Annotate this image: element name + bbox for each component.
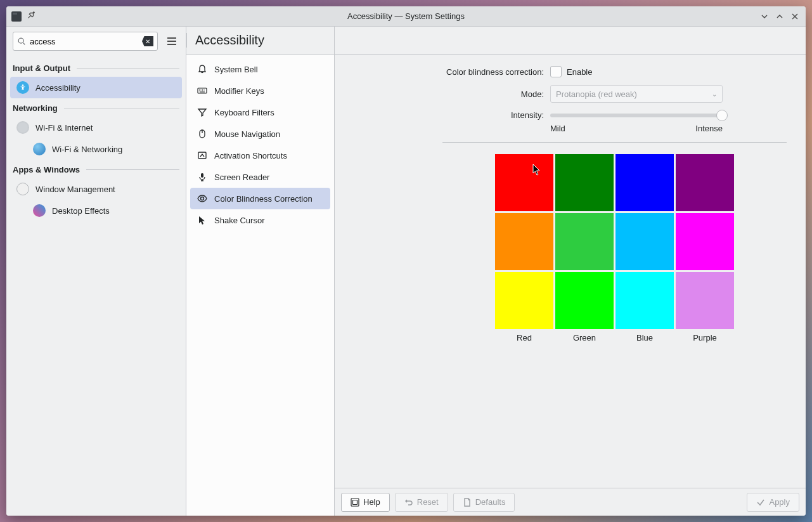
chevron-down-icon: ⌄ bbox=[712, 91, 717, 98]
sidebar-item-desktop-effects[interactable]: Desktop Effects bbox=[10, 200, 182, 221]
enable-checkbox[interactable] bbox=[550, 66, 562, 77]
category-header: Apps & Windows bbox=[13, 165, 179, 174]
apply-button[interactable]: Apply bbox=[747, 493, 799, 512]
document-icon bbox=[463, 498, 472, 507]
tab-label: Shake Cursor bbox=[214, 216, 264, 225]
tab-screen-reader[interactable]: Screen Reader bbox=[190, 166, 330, 188]
footer: Help Reset Defaults Apply bbox=[335, 488, 806, 516]
content-header bbox=[335, 27, 806, 55]
tab-label: Mouse Navigation bbox=[214, 129, 280, 139]
mode-value: Protanopia (red weak) bbox=[556, 89, 637, 99]
color-swatch bbox=[495, 154, 553, 211]
minimize-icon[interactable] bbox=[759, 11, 770, 22]
category-header: Input & Output bbox=[13, 63, 179, 73]
sidebar-item-label: Window Management bbox=[35, 185, 115, 194]
color-swatch bbox=[555, 154, 614, 211]
tab-label: Keyboard Filters bbox=[214, 108, 274, 117]
svg-rect-5 bbox=[201, 173, 203, 178]
shortcut-icon bbox=[197, 150, 208, 161]
svg-rect-8 bbox=[353, 500, 358, 504]
color-swatch bbox=[676, 272, 734, 329]
search-box[interactable]: ✕ bbox=[13, 32, 158, 51]
clear-search-icon[interactable]: ✕ bbox=[142, 36, 153, 46]
color-label: Red bbox=[495, 333, 553, 343]
enable-label: Enable bbox=[567, 67, 592, 77]
sidebar-item-label: Wi-Fi & Internet bbox=[35, 123, 93, 133]
mouse-icon bbox=[197, 128, 208, 140]
sidebar-item-accessibility[interactable]: Accessibility bbox=[10, 77, 182, 98]
mic-icon bbox=[197, 171, 208, 183]
sidebar-item-label: Desktop Effects bbox=[52, 206, 110, 216]
intense-label: Intense bbox=[695, 124, 723, 133]
maximize-icon[interactable] bbox=[774, 11, 785, 22]
help-button[interactable]: Help bbox=[341, 493, 390, 512]
color-swatch bbox=[615, 213, 674, 270]
intensity-label: Intensity: bbox=[354, 110, 550, 120]
subcategory-pane: Accessibility System BellModifier KeysKe… bbox=[186, 27, 335, 516]
app-icon bbox=[11, 11, 22, 22]
color-swatch bbox=[495, 213, 553, 270]
cursor-icon bbox=[197, 214, 208, 226]
system-settings-window: Accessibility — System Settings ✕ Input … bbox=[6, 6, 806, 516]
tab-modifier-keys[interactable]: Modifier Keys bbox=[190, 80, 330, 101]
wifi-icon bbox=[16, 121, 29, 134]
color-preview-grid bbox=[495, 154, 734, 329]
defaults-button[interactable]: Defaults bbox=[453, 493, 515, 512]
tab-shake-cursor[interactable]: Shake Cursor bbox=[190, 209, 330, 231]
help-icon bbox=[351, 498, 359, 507]
color-swatch bbox=[676, 213, 734, 270]
tab-label: Activation Shortcuts bbox=[214, 151, 287, 160]
svg-point-1 bbox=[22, 84, 24, 86]
tab-label: Screen Reader bbox=[214, 173, 269, 182]
close-icon[interactable] bbox=[789, 11, 801, 22]
tab-keyboard-filters[interactable]: Keyboard Filters bbox=[190, 101, 330, 123]
color-label: Blue bbox=[615, 333, 674, 343]
category-header: Networking bbox=[13, 103, 179, 113]
slider-thumb[interactable] bbox=[716, 110, 728, 121]
tab-color-blindness-correction[interactable]: Color Blindness Correction bbox=[190, 188, 330, 209]
mode-select[interactable]: Protanopia (red weak) ⌄ bbox=[550, 85, 723, 103]
globe-icon bbox=[33, 143, 46, 155]
color-swatch bbox=[676, 154, 734, 211]
access-icon bbox=[16, 81, 29, 94]
mode-label: Mode: bbox=[354, 89, 550, 99]
tab-system-bell[interactable]: System Bell bbox=[190, 58, 330, 80]
color-swatch bbox=[615, 154, 674, 211]
window-icon bbox=[16, 183, 29, 195]
page-title: Accessibility bbox=[186, 27, 334, 55]
tab-activation-shortcuts[interactable]: Activation Shortcuts bbox=[190, 145, 330, 166]
svg-point-6 bbox=[201, 197, 204, 200]
intensity-slider[interactable] bbox=[550, 114, 723, 117]
svg-rect-7 bbox=[351, 499, 359, 506]
color-swatch bbox=[555, 213, 614, 270]
sidebar-item-label: Wi-Fi & Networking bbox=[52, 145, 122, 154]
color-label: Purple bbox=[676, 333, 734, 343]
tab-mouse-navigation[interactable]: Mouse Navigation bbox=[190, 123, 330, 145]
eye-icon bbox=[197, 193, 208, 204]
content-pane: Color blindness correction: Enable Mode:… bbox=[335, 27, 806, 516]
search-input[interactable] bbox=[26, 37, 142, 46]
color-swatch bbox=[615, 272, 674, 329]
window-title: Accessibility — System Settings bbox=[6, 11, 806, 21]
color-swatch bbox=[555, 272, 614, 329]
filter-icon bbox=[197, 107, 208, 118]
left-sidebar: ✕ Input & OutputAccessibilityNetworkingW… bbox=[6, 27, 186, 516]
tab-label: System Bell bbox=[214, 65, 258, 74]
divider bbox=[442, 142, 787, 143]
sidebar-item-window-management[interactable]: Window Management bbox=[10, 178, 182, 200]
tab-label: Color Blindness Correction bbox=[214, 194, 313, 204]
sidebar-item-wi-fi-networking[interactable]: Wi-Fi & Networking bbox=[10, 138, 182, 160]
svg-rect-4 bbox=[198, 152, 206, 159]
sidebar-item-label: Accessibility bbox=[35, 83, 81, 93]
effects-icon bbox=[33, 204, 46, 217]
keyboard-icon bbox=[197, 85, 208, 96]
color-label: Green bbox=[555, 333, 614, 343]
pin-icon[interactable] bbox=[27, 11, 35, 22]
reset-button[interactable]: Reset bbox=[395, 493, 448, 512]
hamburger-menu-icon[interactable] bbox=[164, 34, 179, 49]
sidebar-item-wi-fi-internet[interactable]: Wi-Fi & Internet bbox=[10, 117, 182, 138]
undo-icon bbox=[404, 498, 413, 507]
check-icon bbox=[756, 498, 765, 507]
bell-icon bbox=[197, 63, 208, 75]
color-swatch bbox=[495, 272, 553, 329]
